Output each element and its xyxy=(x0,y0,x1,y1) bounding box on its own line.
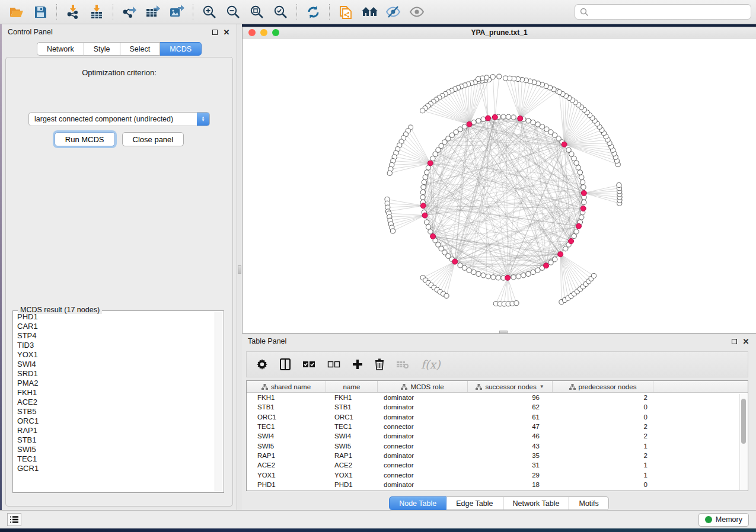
column-layout-icon[interactable] xyxy=(280,357,291,372)
export-image-icon[interactable] xyxy=(167,3,187,21)
table-scrollbar-thumb[interactable] xyxy=(741,399,746,444)
float-panel-icon[interactable] xyxy=(210,28,219,36)
table-row-phd1[interactable]: PHD1PHD1dominator180 xyxy=(247,480,748,489)
tab-style[interactable]: Style xyxy=(84,42,120,56)
result-item-orc1[interactable]: ORC1 xyxy=(14,416,214,426)
result-item-stp4[interactable]: STP4 xyxy=(14,331,214,341)
result-item-tec1[interactable]: TEC1 xyxy=(14,454,214,464)
close-table-panel-icon[interactable]: ✕ xyxy=(742,337,750,345)
select-all-icon[interactable] xyxy=(302,357,315,372)
tab-select[interactable]: Select xyxy=(120,42,161,56)
table-row-tec1[interactable]: TEC1TEC1connector472 xyxy=(247,422,748,431)
dropdown-stepper-icon: ▲▼ xyxy=(197,113,209,126)
table-row-orc1[interactable]: ORC1ORC1dominator610 xyxy=(247,412,748,422)
horizontal-splitter-grip[interactable] xyxy=(499,331,508,334)
tab-node-table[interactable]: Node Table xyxy=(389,496,446,510)
hide-selected-icon[interactable] xyxy=(383,3,403,21)
splitter-grip[interactable] xyxy=(238,265,241,274)
table-row-swi5[interactable]: SWI5SWI5connector431 xyxy=(247,441,748,450)
main-toolbar xyxy=(0,0,756,24)
search-input[interactable] xyxy=(589,8,746,16)
settings-gear-icon[interactable] xyxy=(256,357,268,372)
cell-shared-name: ACE2 xyxy=(247,462,326,469)
zoom-selected-icon[interactable] xyxy=(270,3,291,21)
network-graph[interactable] xyxy=(243,39,755,333)
tab-network[interactable]: Network xyxy=(37,42,84,56)
cell-mcds-role: connector xyxy=(378,472,468,479)
add-column-icon[interactable] xyxy=(352,357,363,372)
tab-edge-table[interactable]: Edge Table xyxy=(446,496,503,510)
column-header-successor-nodes[interactable]: successor nodes▼ xyxy=(468,381,553,392)
result-item-srd1[interactable]: SRD1 xyxy=(14,369,214,379)
zoom-in-icon[interactable] xyxy=(199,3,219,21)
table-row-stb1[interactable]: STB1STB1dominator620 xyxy=(247,402,748,412)
result-item-stb1[interactable]: STB1 xyxy=(14,435,214,445)
node-table-body: FKH1FKH1dominator962STB1STB1dominator620… xyxy=(247,393,748,489)
deselect-all-icon[interactable] xyxy=(327,357,340,372)
import-table-icon[interactable] xyxy=(87,3,107,21)
cell-mcds-role: dominator xyxy=(378,414,468,421)
network-canvas[interactable] xyxy=(243,39,756,333)
result-item-car1[interactable]: CAR1 xyxy=(14,322,214,331)
column-header-shared-name[interactable]: shared name xyxy=(247,381,326,392)
table-row-rap1[interactable]: RAP1RAP1dominator352 xyxy=(247,451,748,460)
column-header-predecessor-nodes[interactable]: predecessor nodes xyxy=(553,381,653,392)
duplicate-network-icon[interactable] xyxy=(336,3,356,21)
save-icon[interactable] xyxy=(30,3,50,21)
table-row-fkh1[interactable]: FKH1FKH1dominator962 xyxy=(247,393,748,402)
column-header-mcds-role[interactable]: MCDS role xyxy=(378,381,468,392)
node-table[interactable]: shared namenameMCDS rolesuccessor nodes▼… xyxy=(246,380,748,491)
result-item-fkh1[interactable]: FKH1 xyxy=(14,388,214,398)
open-folder-icon[interactable] xyxy=(7,3,27,21)
cell-shared-name: ORC1 xyxy=(247,414,326,421)
show-all-icon[interactable] xyxy=(407,3,427,21)
result-item-tid3[interactable]: TID3 xyxy=(14,341,214,350)
cell-mcds-role: dominator xyxy=(378,481,468,488)
run-mcds-button[interactable]: Run MCDS xyxy=(55,132,115,146)
first-neighbors-icon[interactable] xyxy=(359,3,379,21)
close-panel-icon[interactable]: ✕ xyxy=(222,28,231,36)
zoom-out-icon[interactable] xyxy=(223,3,243,21)
delete-column-icon[interactable] xyxy=(375,357,384,372)
result-item-gcr1[interactable]: GCR1 xyxy=(14,464,214,473)
vertical-splitter[interactable] xyxy=(237,24,242,510)
criterion-dropdown[interactable]: largest connected component (undirected)… xyxy=(28,112,210,126)
cell-shared-name: YOX1 xyxy=(247,472,326,479)
result-item-swi4[interactable]: SWI4 xyxy=(14,360,214,369)
close-panel-button[interactable]: Close panel xyxy=(122,132,184,146)
result-item-yox1[interactable]: YOX1 xyxy=(14,350,214,360)
toolbar-separator xyxy=(329,4,330,20)
export-table-icon[interactable] xyxy=(143,3,163,21)
result-item-pma2[interactable]: PMA2 xyxy=(14,379,214,388)
result-list-scrollbar[interactable] xyxy=(215,312,222,491)
export-network-icon[interactable] xyxy=(119,3,139,21)
cell-predecessor-nodes: 2 xyxy=(553,432,653,440)
tab-network-table[interactable]: Network Table xyxy=(503,496,570,510)
result-item-rap1[interactable]: RAP1 xyxy=(14,426,214,435)
result-item-stb5[interactable]: STB5 xyxy=(14,407,214,416)
mcds-result-box: MCDS result (17 nodes) PHD1CAR1STP4TID3Y… xyxy=(12,310,224,493)
table-row-yox1[interactable]: YOX1YOX1connector291 xyxy=(247,470,748,479)
memory-button[interactable]: Memory xyxy=(698,513,749,527)
tab-mcds[interactable]: MCDS xyxy=(160,42,202,56)
import-network-icon[interactable] xyxy=(63,3,83,21)
table-row-swi4[interactable]: SWI4SWI4dominator462 xyxy=(247,431,748,441)
refresh-icon[interactable] xyxy=(303,3,323,21)
tab-motifs[interactable]: Motifs xyxy=(569,496,608,510)
cell-mcds-role: dominator xyxy=(378,452,468,459)
float-table-panel-icon[interactable] xyxy=(730,337,738,345)
network-window-titlebar[interactable]: YPA_prune.txt_1 xyxy=(243,27,756,39)
result-item-phd1[interactable]: PHD1 xyxy=(14,312,214,322)
cell-successor-nodes: 43 xyxy=(468,443,553,450)
org-chart-icon xyxy=(401,384,407,390)
search-box[interactable] xyxy=(575,4,751,20)
zoom-fit-icon[interactable] xyxy=(247,3,267,21)
mcds-result-list[interactable]: PHD1CAR1STP4TID3YOX1SWI4SRD1PMA2FKH1ACE2… xyxy=(14,312,214,491)
cell-successor-nodes: 47 xyxy=(468,423,553,430)
table-row-ace2[interactable]: ACE2ACE2connector311 xyxy=(247,460,748,470)
result-item-ace2[interactable]: ACE2 xyxy=(14,398,214,407)
task-history-icon[interactable] xyxy=(7,513,21,526)
table-scrollbar[interactable] xyxy=(739,394,747,490)
column-header-name[interactable]: name xyxy=(326,381,378,392)
result-item-swi5[interactable]: SWI5 xyxy=(14,445,214,454)
